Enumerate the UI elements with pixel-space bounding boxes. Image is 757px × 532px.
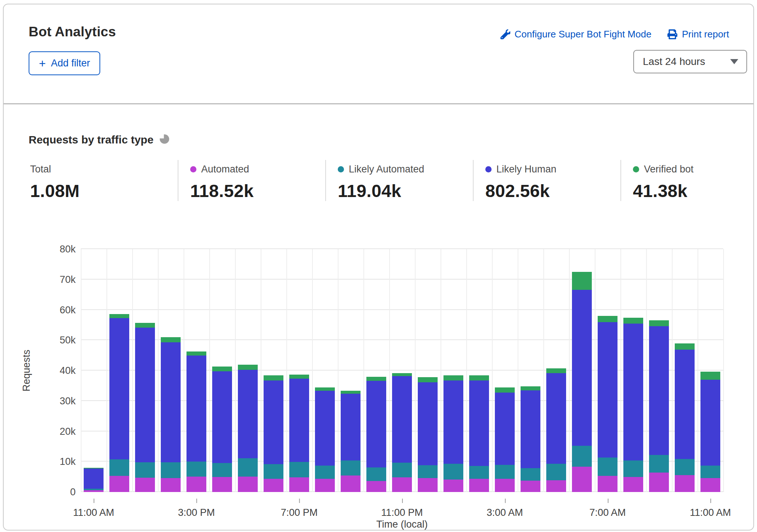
bar-segment-verified-bot[interactable] (675, 343, 695, 350)
bar-segment-likely-human[interactable] (186, 356, 206, 462)
bar-segment-likely-automated[interactable] (135, 462, 155, 478)
bar-segment-automated[interactable] (598, 476, 617, 492)
bar-segment-verified-bot[interactable] (186, 351, 206, 356)
bar-segment-verified-bot[interactable] (546, 368, 566, 373)
bar-segment-likely-human[interactable] (572, 290, 592, 446)
stacked-bar[interactable] (700, 372, 720, 492)
stacked-bar[interactable] (469, 375, 489, 492)
bar-segment-likely-automated[interactable] (264, 464, 283, 479)
stacked-bar[interactable] (238, 365, 258, 492)
stacked-bar[interactable] (418, 377, 438, 492)
bar-segment-automated[interactable] (161, 478, 181, 492)
stacked-bar[interactable] (649, 320, 669, 492)
bar-segment-automated[interactable] (238, 477, 258, 492)
bar-segment-verified-bot[interactable] (649, 320, 669, 326)
bar-segment-verified-bot[interactable] (598, 316, 617, 322)
bar-segment-likely-human[interactable] (418, 382, 438, 465)
stacked-bar[interactable] (392, 373, 412, 492)
bar-segment-automated[interactable] (315, 479, 335, 492)
bar-segment-likely-automated[interactable] (109, 459, 129, 476)
bar-segment-automated[interactable] (623, 477, 643, 492)
bar-segment-likely-human[interactable] (315, 391, 335, 466)
bar-segment-automated[interactable] (392, 477, 412, 492)
bar-segment-likely-human[interactable] (135, 328, 155, 462)
stacked-bar[interactable] (212, 367, 232, 492)
bar-segment-likely-human[interactable] (392, 376, 412, 463)
bar-segment-automated[interactable] (469, 479, 489, 492)
stacked-bar[interactable] (341, 391, 361, 492)
bar-segment-verified-bot[interactable] (469, 375, 489, 380)
bar-segment-automated[interactable] (264, 479, 283, 492)
bar-segment-likely-automated[interactable] (469, 466, 489, 479)
stacked-bar[interactable] (598, 316, 617, 492)
bar-segment-likely-automated[interactable] (366, 467, 386, 481)
bar-segment-automated[interactable] (186, 477, 206, 492)
bar-segment-likely-automated[interactable] (161, 462, 181, 478)
bar-segment-verified-bot[interactable] (109, 314, 129, 318)
bar-segment-automated[interactable] (443, 480, 463, 492)
bar-segment-likely-automated[interactable] (418, 465, 438, 478)
bar-segment-likely-human[interactable] (495, 393, 515, 465)
bar-segment-likely-automated[interactable] (675, 459, 695, 475)
bar-segment-automated[interactable] (135, 478, 155, 492)
bar-segment-likely-automated[interactable] (623, 460, 643, 477)
bar-segment-automated[interactable] (521, 481, 540, 492)
stacked-bar[interactable] (443, 375, 463, 492)
bar-segment-automated[interactable] (700, 478, 720, 492)
bar-segment-likely-human[interactable] (264, 380, 283, 464)
stacked-bar[interactable] (521, 386, 540, 492)
bar-segment-likely-human[interactable] (443, 380, 463, 464)
bar-segment-automated[interactable] (366, 481, 386, 492)
bar-segment-likely-human[interactable] (649, 326, 669, 455)
bar-segment-likely-human[interactable] (675, 350, 695, 459)
stacked-bar[interactable] (289, 375, 309, 492)
bar-segment-likely-automated[interactable] (289, 462, 309, 477)
bar-segment-verified-bot[interactable] (341, 391, 361, 394)
bar-segment-likely-human[interactable] (546, 373, 566, 464)
bar-segment-verified-bot[interactable] (495, 387, 515, 393)
bar-segment-verified-bot[interactable] (264, 375, 283, 380)
stacked-bar[interactable] (495, 387, 515, 492)
bar-segment-automated[interactable] (418, 478, 438, 492)
bar-segment-likely-human[interactable] (623, 324, 643, 460)
bar-segment-automated[interactable] (546, 480, 566, 492)
stacked-bar[interactable] (366, 377, 386, 492)
bar-segment-likely-human[interactable] (212, 371, 232, 463)
bar-segment-likely-human[interactable] (341, 394, 361, 460)
bar-segment-automated[interactable] (649, 473, 669, 492)
bar-segment-likely-automated[interactable] (700, 466, 720, 478)
configure-super-bot-fight-mode-link[interactable]: Configure Super Bot Fight Mode (500, 29, 652, 40)
bar-segment-likely-automated[interactable] (495, 465, 515, 479)
bar-segment-automated[interactable] (341, 475, 361, 492)
bar-segment-likely-automated[interactable] (572, 446, 592, 466)
add-filter-button[interactable]: + Add filter (29, 51, 100, 75)
bar-segment-likely-automated[interactable] (443, 464, 463, 480)
bar-segment-verified-bot[interactable] (315, 387, 335, 391)
bar-segment-automated[interactable] (84, 490, 104, 492)
bar-segment-likely-human[interactable] (521, 390, 540, 469)
bar-segment-automated[interactable] (289, 477, 309, 492)
bar-segment-likely-automated[interactable] (598, 458, 617, 476)
print-report-link[interactable]: Print report (667, 29, 729, 40)
stacked-bar[interactable] (546, 368, 566, 492)
stacked-bar[interactable] (109, 314, 129, 492)
stacked-bar[interactable] (315, 387, 335, 492)
bar-segment-verified-bot[interactable] (366, 377, 386, 381)
bar-segment-likely-automated[interactable] (649, 455, 669, 473)
stacked-bar[interactable] (161, 337, 181, 492)
bar-segment-likely-human[interactable] (700, 380, 720, 466)
bar-segment-likely-automated[interactable] (315, 466, 335, 479)
bar-segment-likely-human[interactable] (84, 469, 104, 489)
bar-segment-verified-bot[interactable] (572, 272, 592, 290)
bar-segment-likely-human[interactable] (598, 322, 617, 458)
bar-segment-likely-automated[interactable] (521, 468, 540, 481)
bar-segment-verified-bot[interactable] (418, 377, 438, 382)
bar-segment-automated[interactable] (212, 477, 232, 492)
stacked-bar[interactable] (135, 323, 155, 492)
bar-segment-verified-bot[interactable] (392, 373, 412, 376)
bar-segment-verified-bot[interactable] (443, 375, 463, 380)
bar-segment-likely-automated[interactable] (212, 463, 232, 477)
stacked-bar[interactable] (186, 351, 206, 492)
bar-segment-verified-bot[interactable] (238, 365, 258, 369)
bar-segment-likely-automated[interactable] (341, 460, 361, 475)
